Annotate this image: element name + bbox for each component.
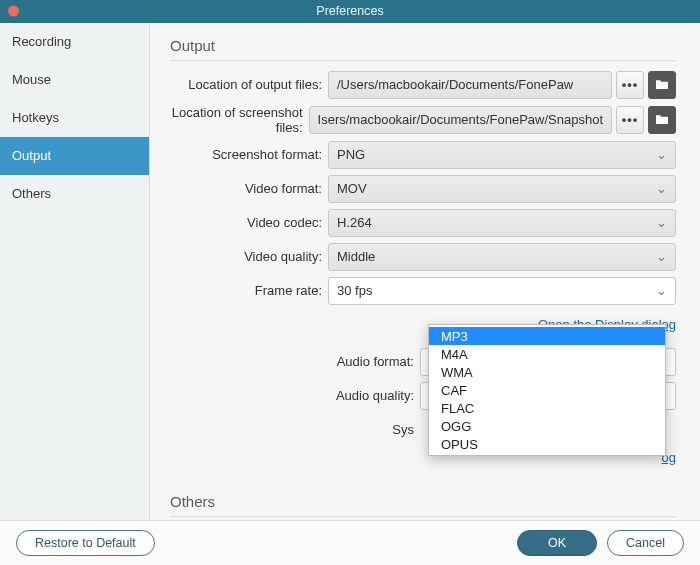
video-format-select[interactable]: MOV ⌄ (328, 175, 676, 203)
video-codec-select[interactable]: H.264 ⌄ (328, 209, 676, 237)
sidebar-item-label: Mouse (12, 72, 51, 87)
button-label: Restore to Default (35, 536, 136, 550)
video-quality-select[interactable]: Middle ⌄ (328, 243, 676, 271)
section-title-output: Output (170, 35, 676, 61)
label-screenshot-location: Location of screenshot files: (170, 105, 309, 135)
output-location-value: /Users/macbookair/Documents/FonePaw (337, 77, 573, 92)
open-folder-button-screenshot[interactable] (648, 106, 676, 134)
cancel-button[interactable]: Cancel (607, 530, 684, 556)
button-label: OK (548, 536, 566, 550)
sidebar-item-output[interactable]: Output (0, 137, 149, 175)
screenshot-location-field[interactable]: Isers/macbookair/Documents/FonePaw/Snaps… (309, 106, 612, 134)
window-title: Preferences (316, 4, 383, 18)
label-sys-partial: Sys (170, 422, 420, 437)
screenshot-format-value: PNG (337, 147, 365, 162)
screenshot-format-select[interactable]: PNG ⌄ (328, 141, 676, 169)
dropdown-item-label: OPUS (441, 437, 478, 452)
dropdown-item-m4a[interactable]: M4A (429, 345, 665, 363)
browse-button-screenshot[interactable]: ••• (616, 106, 644, 134)
sidebar-item-others[interactable]: Others (0, 175, 149, 213)
dropdown-item-wma[interactable]: WMA (429, 363, 665, 381)
section-title-others: Others (170, 491, 676, 517)
frame-rate-select[interactable]: 30 fps ⌄ (328, 277, 676, 305)
titlebar: Preferences (0, 0, 700, 23)
dropdown-item-ogg[interactable]: OGG (429, 417, 665, 435)
label-video-codec: Video codec: (170, 215, 328, 230)
dropdown-item-label: M4A (441, 347, 468, 362)
screenshot-location-value: Isers/macbookair/Documents/FonePaw/Snaps… (318, 112, 603, 127)
sidebar: Recording Mouse Hotkeys Output Others (0, 23, 150, 520)
close-icon[interactable] (8, 6, 19, 17)
dropdown-item-caf[interactable]: CAF (429, 381, 665, 399)
dropdown-item-flac[interactable]: FLAC (429, 399, 665, 417)
dropdown-item-label: CAF (441, 383, 467, 398)
ellipsis-icon: ••• (622, 112, 639, 127)
chevron-down-icon: ⌄ (656, 147, 667, 162)
sidebar-item-label: Recording (12, 34, 71, 49)
video-quality-value: Middle (337, 249, 375, 264)
chevron-down-icon: ⌄ (656, 181, 667, 196)
dropdown-item-mp3[interactable]: MP3 (429, 327, 665, 345)
chevron-down-icon: ⌄ (656, 249, 667, 264)
sidebar-item-mouse[interactable]: Mouse (0, 61, 149, 99)
label-audio-quality: Audio quality: (170, 388, 420, 403)
output-location-field[interactable]: /Users/macbookair/Documents/FonePaw (328, 71, 612, 99)
sidebar-item-label: Hotkeys (12, 110, 59, 125)
dropdown-item-label: WMA (441, 365, 473, 380)
sidebar-item-label: Others (12, 186, 51, 201)
ok-button[interactable]: OK (517, 530, 597, 556)
browse-button-output[interactable]: ••• (616, 71, 644, 99)
sidebar-item-hotkeys[interactable]: Hotkeys (0, 99, 149, 137)
dropdown-item-opus[interactable]: OPUS (429, 435, 665, 453)
button-label: Cancel (626, 536, 665, 550)
label-output-location: Location of output files: (170, 77, 328, 92)
sidebar-item-label: Output (12, 148, 51, 163)
ellipsis-icon: ••• (622, 77, 639, 92)
folder-icon (654, 77, 670, 93)
dropdown-item-label: MP3 (441, 329, 468, 344)
restore-default-button[interactable]: Restore to Default (16, 530, 155, 556)
sidebar-item-recording[interactable]: Recording (0, 23, 149, 61)
folder-icon (654, 112, 670, 128)
dropdown-item-label: FLAC (441, 401, 474, 416)
video-format-value: MOV (337, 181, 367, 196)
label-audio-format: Audio format: (170, 354, 420, 369)
label-screenshot-format: Screenshot format: (170, 147, 328, 162)
label-video-format: Video format: (170, 181, 328, 196)
label-frame-rate: Frame rate: (170, 283, 328, 298)
frame-rate-value: 30 fps (337, 283, 372, 298)
audio-format-dropdown[interactable]: MP3 M4A WMA CAF FLAC OGG OPUS (428, 324, 666, 456)
dropdown-item-label: OGG (441, 419, 471, 434)
label-video-quality: Video quality: (170, 249, 328, 264)
open-folder-button-output[interactable] (648, 71, 676, 99)
video-codec-value: H.264 (337, 215, 372, 230)
chevron-down-icon: ⌄ (656, 215, 667, 230)
chevron-down-icon: ⌄ (656, 283, 667, 298)
footer: Restore to Default OK Cancel (0, 520, 700, 565)
